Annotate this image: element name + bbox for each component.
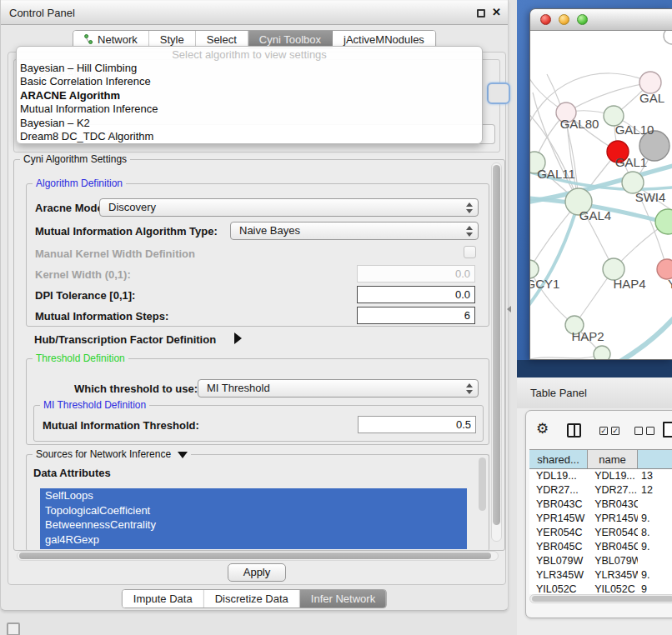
tab-label: Discretize Data (215, 592, 288, 605)
node-label: GAL4 (579, 208, 611, 222)
settings-horizontal-scrollbar[interactable] (17, 551, 499, 561)
apply-button[interactable]: Apply (228, 563, 286, 582)
desktop-background-strip (517, 360, 672, 378)
aracne-mode-select[interactable]: Discovery (99, 198, 479, 217)
algorithm-option[interactable]: Bayesian – K2 (17, 117, 482, 130)
column-header[interactable] (638, 450, 672, 468)
data-attribute-item[interactable]: SelfLoops (40, 488, 467, 503)
table-row[interactable]: YBR045CYBR045C9. (529, 540, 672, 554)
node-label: Y (668, 277, 672, 291)
table-row[interactable]: YDL19...YDL19...13 (529, 469, 672, 483)
mi-algorithm-type-select[interactable]: Naive Bayes (230, 222, 479, 240)
table-cell: 9. (638, 568, 672, 582)
close-traffic-icon[interactable] (540, 14, 551, 25)
table-cell: YPR145W (588, 512, 638, 526)
checked-checkbox-icon[interactable]: ✓ (611, 427, 619, 435)
tab-infer-network[interactable]: Infer Network (300, 590, 386, 608)
restore-panel-icon[interactable] (7, 622, 20, 635)
document-icon[interactable] (663, 422, 672, 438)
table-row[interactable]: YIL052CYIL052C9 (529, 582, 672, 594)
tab-label: Infer Network (311, 592, 375, 605)
data-attribute-item[interactable]: gal4RGexp (40, 532, 467, 548)
network-node[interactable] (594, 346, 610, 360)
gear-icon[interactable]: ⚙ (536, 422, 549, 437)
minimize-traffic-icon[interactable] (559, 14, 569, 25)
column-header[interactable]: shared... (529, 450, 588, 468)
manual-kernel-checkbox[interactable] (464, 246, 476, 258)
aracne-mode-value: Discovery (108, 201, 156, 213)
network-view-window: GALGAL80GAL10GAL1GAL11SWI4GAL4GCY1HAP4YH… (529, 8, 672, 360)
which-threshold-value: MI Threshold (207, 382, 270, 394)
collapse-down-icon[interactable] (178, 452, 188, 458)
table-cell: YBR043C (529, 498, 588, 512)
network-node[interactable] (664, 31, 672, 44)
algorithm-placeholder: Select algorithm to view settings (17, 48, 482, 62)
node-label: HAP2 (571, 329, 604, 343)
settings-vertical-scrollbar[interactable] (491, 162, 502, 542)
table-cell (638, 554, 672, 568)
which-threshold-select[interactable]: MI Threshold (198, 379, 479, 398)
unchecked-checkbox-icon[interactable] (646, 427, 654, 435)
network-node-gcy1[interactable] (530, 260, 539, 278)
algorithm-option[interactable]: Bayesian – Hill Climbing (17, 62, 482, 75)
node-label: GAL10 (615, 122, 654, 137)
table-panel-bar: Table Panel (517, 378, 672, 408)
table-cell: YER054C (529, 526, 588, 540)
mi-threshold-input[interactable]: 0.5 (358, 416, 476, 433)
table-row[interactable]: YDR27...YDR27...12 (529, 483, 672, 498)
tab-impute-data[interactable]: Impute Data (123, 590, 204, 608)
unchecked-checkbox-icon[interactable] (634, 427, 643, 435)
column-header[interactable]: name (588, 450, 638, 468)
attributes-scrollbar[interactable] (479, 458, 486, 511)
algorithm-option[interactable]: Mutual Information Inference (17, 102, 482, 116)
checked-checkbox-icon[interactable]: ✓ (599, 427, 608, 435)
zoom-traffic-icon[interactable] (577, 14, 588, 25)
manual-kernel-label: Manual Kernel Width Definition (35, 248, 195, 260)
split-pane-handle[interactable] (507, 306, 511, 312)
network-canvas[interactable]: GALGAL80GAL10GAL1GAL11SWI4GAL4GCY1HAP4YH… (530, 31, 672, 360)
table-cell: YDR27... (588, 483, 638, 498)
network-node[interactable] (655, 209, 672, 234)
table-row[interactable]: YLR345WYLR345W9. (529, 568, 672, 582)
expand-right-icon[interactable] (234, 332, 242, 344)
control-panel-title: Control Panel (9, 7, 75, 19)
table-horizontal-scrollbar[interactable] (529, 594, 672, 603)
node-table[interactable]: shared... name YDL19...YDL19...13YDR27..… (529, 449, 672, 594)
table-row[interactable]: YER054CYER054C8. (529, 526, 672, 540)
node-label: GAL80 (560, 117, 599, 131)
table-cell (638, 498, 672, 512)
table-cell: YBR045C (529, 540, 588, 554)
data-attributes-label: Data Attributes (33, 467, 111, 479)
table-row[interactable]: YBR043CYBR043C (529, 498, 672, 512)
table-cell: 9. (638, 540, 672, 554)
table-cell: 12 (638, 483, 672, 498)
close-icon[interactable]: ✕ (492, 6, 501, 18)
hub-definition-label: Hub/Transcription Factor Definition (34, 333, 216, 346)
float-window-icon[interactable] (477, 9, 485, 18)
tab-discretize-data[interactable]: Discretize Data (204, 590, 300, 608)
table-row[interactable]: YPR145WYPR145W9. (529, 512, 672, 526)
data-attributes-list[interactable]: SelfLoopsTopologicalCoefficientBetweenne… (40, 488, 467, 549)
algorithm-definition-group: Algorithm Definition Aracne Mode: Discov… (26, 183, 489, 327)
stepper-arrows-icon (465, 382, 473, 395)
table-cell: YIL052C (588, 582, 638, 594)
table-cell: YDL19... (529, 469, 588, 483)
data-attribute-item[interactable]: TopologicalCoefficient (40, 503, 467, 518)
table-row[interactable]: YBL079WYBL079W (529, 554, 672, 568)
table-cell: YER054C (588, 526, 638, 540)
algorithm-definition-title: Algorithm Definition (33, 178, 126, 189)
algorithm-option[interactable]: ARACNE Algorithm (17, 89, 482, 102)
tab-label: Cyni Toolbox (259, 33, 321, 46)
columns-icon[interactable] (567, 423, 581, 438)
app-root: Control Panel ✕ NetworkStyleSelectCyni T… (0, 0, 672, 635)
dpi-tolerance-input[interactable]: 0.0 (357, 286, 475, 303)
algorithm-option[interactable]: Basic Correlation Inference (17, 75, 482, 88)
kernel-width-input[interactable]: 0.0 (357, 265, 475, 282)
control-panel-titlebar: Control Panel ✕ (1, 0, 508, 25)
algorithm-option[interactable]: Dream8 DC_TDC Algorithm (17, 130, 482, 143)
data-attribute-item[interactable]: BetweennessCentrality (40, 518, 467, 532)
dpi-tolerance-label: DPI Tolerance [0,1]: (35, 289, 135, 302)
control-panel-window: Control Panel ✕ NetworkStyleSelectCyni T… (0, 0, 509, 611)
mi-steps-input[interactable]: 6 (357, 307, 475, 324)
node-label: GAL11 (537, 167, 575, 181)
